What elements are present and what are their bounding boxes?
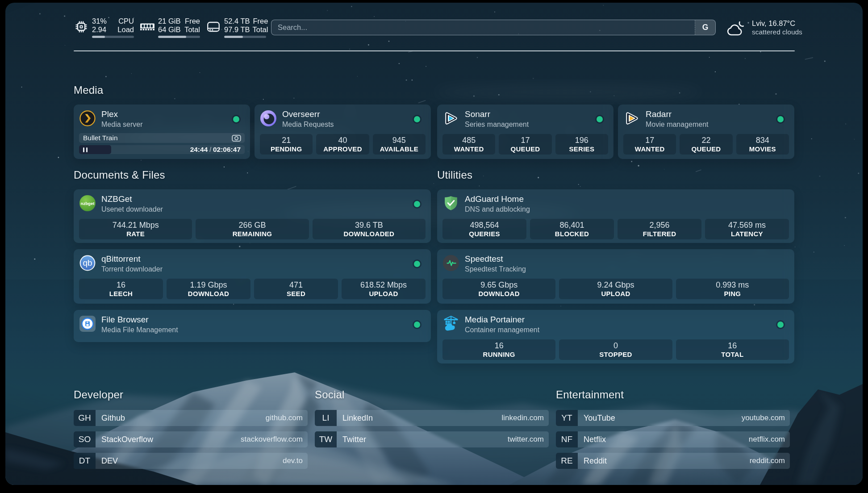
- service-description: Speedtest Tracking: [465, 265, 526, 274]
- stat-label: DOWNLOADED: [343, 230, 394, 238]
- bookmark-group-social: LILinkedInlinkedin.comTWTwittertwitter.c…: [315, 410, 549, 453]
- resource-label: Load: [117, 25, 134, 34]
- resource-progress-fill: [92, 36, 105, 38]
- card-qbittorrent[interactable]: qb qBittorrentTorrent downloader16LEECH1…: [74, 249, 431, 304]
- stat-block: 47.569 msLATENCY: [705, 219, 789, 239]
- stat-label: AVAILABLE: [380, 145, 418, 153]
- stat-block: 485WANTED: [442, 134, 495, 155]
- service-description: Media server: [101, 120, 142, 129]
- card-radarr[interactable]: RadarrMovie management17WANTED22QUEUED83…: [618, 104, 794, 159]
- card-plex[interactable]: PlexMedia serverBullet Train 24:44 / 02:…: [74, 104, 250, 159]
- bookmark-linkedin[interactable]: LILinkedInlinkedin.com: [315, 410, 549, 426]
- resource-label: Free: [184, 17, 200, 25]
- card-overseerr[interactable]: OverseerrMedia Requests21PENDING40APPROV…: [255, 104, 431, 159]
- service-description: Torrent downloader: [101, 265, 163, 274]
- stat-value: 40: [338, 135, 347, 145]
- bookmark-url: github.com: [266, 414, 308, 422]
- speedtest-icon: [443, 255, 459, 271]
- stats-row: 485WANTED17QUEUED196SERIES: [442, 134, 608, 155]
- resource-value: 97.9 TB: [224, 25, 250, 34]
- sonarr-icon: [443, 110, 459, 126]
- status-dot-online: [414, 261, 420, 267]
- bookmark-stackoverflow[interactable]: SOStackOverflowstackoverflow.com: [74, 431, 308, 447]
- bookmark-name: DEV: [96, 456, 118, 466]
- weather-widget[interactable]: Lviv, 16.87°C scattered clouds: [726, 19, 802, 40]
- stat-value: 945: [392, 135, 406, 145]
- resource-label: Total: [184, 25, 200, 34]
- resource-value: 52.4 TB: [224, 17, 250, 25]
- bookmark-twitter[interactable]: TWTwittertwitter.com: [315, 431, 549, 447]
- stat-value: 16: [117, 280, 125, 290]
- stat-block: 16TOTAL: [676, 339, 789, 360]
- card-adguard[interactable]: AdGuard HomeDNS and adblocking498,564QUE…: [437, 189, 794, 243]
- stat-value: 17: [521, 135, 530, 145]
- service-title: Overseerr: [282, 109, 320, 120]
- bookmark-reddit[interactable]: RERedditreddit.com: [556, 453, 790, 469]
- resource-progress-fill: [224, 36, 243, 38]
- bookmark-url: reddit.com: [750, 456, 790, 465]
- bookmark-youtube[interactable]: YTYouTubeyoutube.com: [556, 410, 790, 426]
- search-input[interactable]: [271, 20, 695, 35]
- svg-text:nzbget: nzbget: [81, 201, 95, 206]
- section-title-documents: Documents & Files: [74, 169, 165, 181]
- stat-label: WANTED: [635, 145, 665, 153]
- bookmark-name: StackOverflow: [96, 435, 153, 444]
- stat-label: RUNNING: [483, 351, 515, 359]
- bookmark-url: netflix.com: [749, 435, 790, 444]
- stat-label: PING: [724, 290, 741, 298]
- resource-widget: 21 GiBFree64 GiBTotal: [140, 15, 200, 38]
- status-dot-online: [777, 322, 784, 328]
- stat-label: QUEUED: [692, 145, 721, 153]
- stat-label: LATENCY: [731, 230, 763, 238]
- resource-value: 31%: [92, 17, 115, 25]
- stat-value: 16: [495, 341, 504, 351]
- section-title-developer: Developer: [74, 389, 123, 401]
- service-title: Media Portainer: [465, 314, 525, 325]
- stat-block: 834MOVIES: [736, 134, 789, 155]
- stat-value: 39.6 TB: [355, 220, 383, 230]
- bookmark-github[interactable]: GHGithubgithub.com: [74, 410, 308, 426]
- cloud-moon-icon: [726, 20, 746, 38]
- stat-label: LEECH: [109, 290, 133, 298]
- stat-value: 485: [462, 135, 476, 145]
- adguard-icon: [443, 195, 459, 211]
- resource-label: Free: [252, 17, 268, 25]
- radarr-icon: [624, 110, 640, 126]
- stat-label: STOPPED: [599, 351, 632, 359]
- stat-block: 9.24 GbpsUPLOAD: [559, 279, 672, 299]
- card-nzbget[interactable]: nzbget NZBGetUsenet downloader744.21 Mbp…: [74, 189, 431, 243]
- card-filebrowser[interactable]: File BrowserMedia File Management: [74, 310, 431, 342]
- bookmark-dev[interactable]: DTDEVdev.to: [74, 453, 308, 469]
- portainer-icon: [443, 316, 459, 332]
- stat-label: APPROVED: [323, 145, 362, 153]
- stat-block: 266 GBREMAINING: [196, 219, 309, 239]
- status-dot-online: [233, 116, 239, 122]
- service-description: Series management: [465, 120, 529, 129]
- stat-value: 266 GB: [238, 220, 266, 230]
- card-speedtest[interactable]: SpeedtestSpeedtest Tracking9.65 GbpsDOWN…: [437, 249, 794, 304]
- header-divider: [74, 50, 795, 51]
- stats-row: 9.65 GbpsDOWNLOAD9.24 GbpsUPLOAD0.993 ms…: [442, 279, 789, 299]
- pause-icon[interactable]: [83, 147, 88, 152]
- service-title: Plex: [101, 109, 118, 120]
- bookmark-netflix[interactable]: NFNetflixnetflix.com: [556, 431, 790, 447]
- search-provider-button[interactable]: G: [695, 20, 715, 35]
- service-description: Container management: [465, 326, 539, 334]
- stat-value: 17: [645, 135, 654, 145]
- stat-value: 0.993 ms: [716, 280, 749, 290]
- stat-value: 471: [289, 280, 303, 290]
- card-sonarr[interactable]: SonarrSeries management485WANTED17QUEUED…: [437, 104, 613, 159]
- svg-text:qb: qb: [83, 258, 92, 267]
- stat-value: 86,401: [559, 220, 584, 230]
- now-playing-title: Bullet Train: [79, 134, 118, 142]
- playback-progressbar[interactable]: 24:44 / 02:06:47: [79, 145, 245, 154]
- dashboard-screen: 31%CPU2.94Load 21 GiBFree64 GiBTotal 52.…: [5, 3, 863, 485]
- stat-label: UPLOAD: [601, 290, 630, 298]
- card-portainer[interactable]: Media PortainerContainer management16RUN…: [437, 310, 794, 363]
- stat-label: UPLOAD: [369, 290, 398, 298]
- stats-row: 17WANTED22QUEUED834MOVIES: [623, 134, 789, 155]
- stat-value: 196: [575, 135, 588, 145]
- bookmark-abbr: GH: [74, 410, 96, 426]
- bookmark-name: Github: [96, 414, 125, 423]
- resource-progressbar: [92, 36, 134, 38]
